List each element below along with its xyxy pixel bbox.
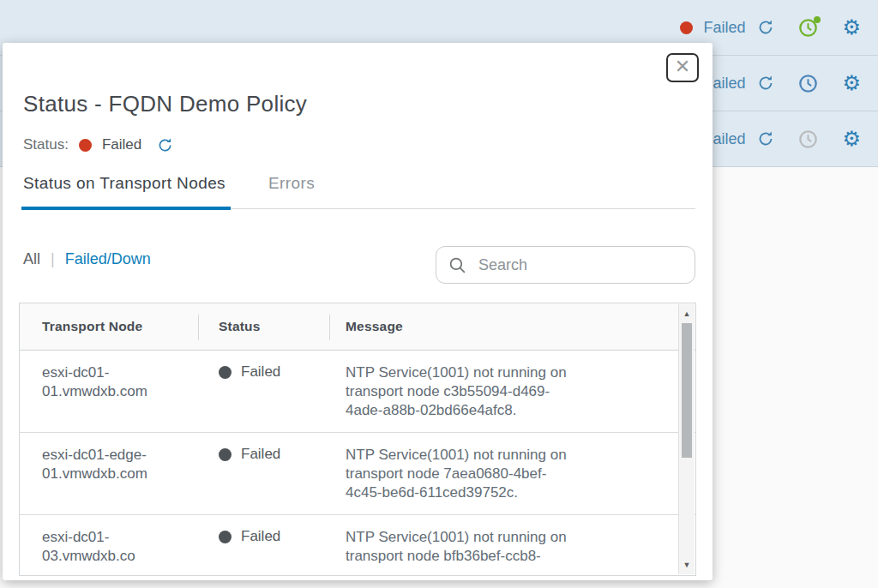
- transport-node-cell: esxi-dc01-01.vmwdxb.com: [20, 363, 198, 420]
- refresh-icon[interactable]: [757, 19, 774, 36]
- status-text: Failed: [241, 446, 280, 463]
- column-separator: [329, 315, 330, 340]
- settings-gear-icon[interactable]: ⚙: [842, 129, 861, 149]
- table-header: Transport Node Status Message: [20, 303, 695, 351]
- filter-failed-down[interactable]: Failed/Down: [65, 250, 151, 268]
- status-line: Status: Failed: [23, 136, 173, 153]
- filter-row: All | Failed/Down: [23, 250, 151, 268]
- status-cell: Failed: [198, 363, 329, 420]
- row-status-link[interactable]: Failed: [703, 19, 745, 37]
- tab-status-on-transport-nodes[interactable]: Status on Transport Nodes: [23, 174, 226, 208]
- column-header-transport-node[interactable]: Transport Node: [20, 319, 198, 334]
- table-row[interactable]: esxi-dc01-03.vmwdxb.co Failed NTP Servic…: [20, 515, 695, 576]
- settings-gear-icon[interactable]: ⚙: [842, 17, 861, 38]
- table-row[interactable]: esxi-dc01-edge-01.vmwdxb.com Failed NTP …: [20, 433, 695, 515]
- close-icon: ✕: [675, 56, 690, 77]
- schedule-active-dot: [814, 16, 821, 23]
- status-value: Failed: [102, 136, 141, 153]
- scrollbar-thumb[interactable]: [682, 323, 692, 458]
- status-text: Failed: [241, 363, 280, 381]
- status-cell: Failed: [198, 446, 329, 502]
- failed-dot-icon: [219, 366, 232, 379]
- column-header-status[interactable]: Status: [198, 319, 329, 334]
- refresh-icon[interactable]: [757, 75, 774, 92]
- failed-dot-icon: [219, 531, 232, 543]
- transport-nodes-table: Transport Node Status Message esxi-dc01-…: [19, 303, 696, 576]
- table-row[interactable]: esxi-dc01-01.vmwdxb.com Failed NTP Servi…: [20, 351, 695, 433]
- refresh-status-icon[interactable]: [157, 137, 173, 153]
- transport-node-cell: esxi-dc01-edge-01.vmwdxb.com: [20, 446, 198, 502]
- status-label: Status:: [23, 136, 69, 153]
- transport-node-cell: esxi-dc01-03.vmwdxb.co: [20, 528, 198, 566]
- message-cell: NTP Service(1001) not running on transpo…: [329, 528, 695, 566]
- dialog-title: Status - FQDN Demo Policy: [23, 91, 307, 117]
- failed-status-dot: [680, 21, 693, 34]
- status-cell: Failed: [198, 528, 329, 566]
- schedule-clock-icon[interactable]: [798, 129, 818, 149]
- search-box[interactable]: [436, 246, 695, 284]
- failed-status-dot: [79, 139, 92, 152]
- message-cell: NTP Service(1001) not running on transpo…: [329, 446, 695, 502]
- table-scrollbar[interactable]: ▲ ▼: [678, 304, 695, 574]
- search-input[interactable]: [478, 256, 683, 274]
- status-text: Failed: [241, 528, 280, 545]
- close-button[interactable]: ✕: [666, 53, 699, 82]
- settings-gear-icon[interactable]: ⚙: [842, 73, 861, 93]
- schedule-clock-icon[interactable]: [798, 18, 818, 38]
- refresh-icon[interactable]: [757, 130, 774, 147]
- filter-all[interactable]: All: [23, 250, 40, 268]
- status-dialog: ✕ Status - FQDN Demo Policy Status: Fail…: [3, 43, 713, 580]
- tab-errors[interactable]: Errors: [268, 174, 315, 208]
- scroll-up-icon[interactable]: ▲: [679, 308, 695, 320]
- schedule-clock-icon[interactable]: [798, 74, 818, 93]
- tab-bar: Status on Transport Nodes Errors: [23, 174, 695, 209]
- failed-dot-icon: [219, 448, 232, 461]
- filter-divider: |: [51, 250, 55, 268]
- message-cell: NTP Service(1001) not running on transpo…: [329, 363, 695, 420]
- scroll-down-icon[interactable]: ▼: [679, 559, 695, 571]
- search-icon: [448, 256, 466, 274]
- column-separator: [198, 315, 199, 340]
- column-header-message[interactable]: Message: [329, 319, 695, 334]
